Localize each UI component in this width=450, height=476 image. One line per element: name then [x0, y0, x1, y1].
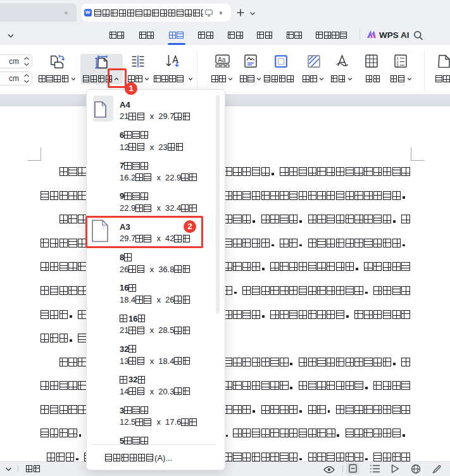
- svg-text:3: 3: [397, 63, 399, 67]
- svg-text:Aa: Aa: [218, 56, 226, 63]
